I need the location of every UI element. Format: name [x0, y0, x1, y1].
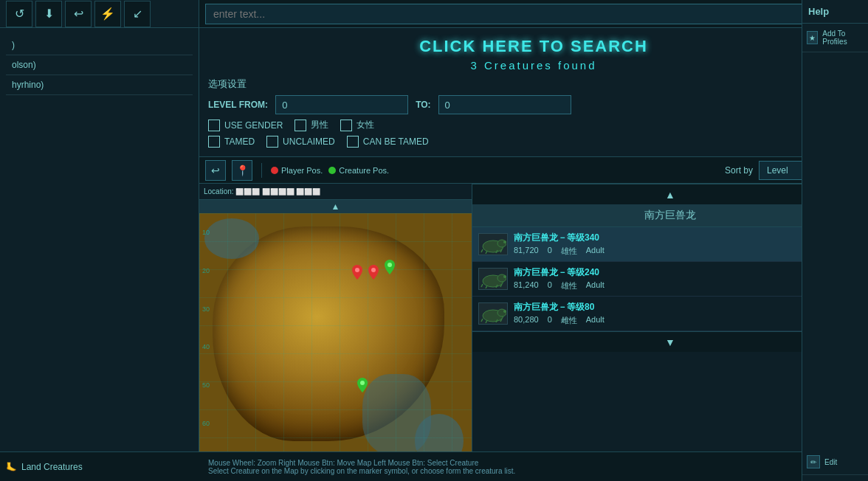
land-creatures-button[interactable]: 🦶 Land Creatures: [6, 462, 83, 472]
options-row-2: TAMED UNCLAIMED CAN BE TAMED: [208, 136, 859, 148]
svg-point-13: [503, 275, 506, 278]
location-label: Location:: [204, 187, 234, 195]
svg-line-15: [486, 286, 487, 288]
map-marker-red-1[interactable]: [352, 265, 362, 283]
svg-line-22: [486, 320, 487, 323]
map-scroll-up-btn[interactable]: ▲: [199, 200, 472, 213]
sidebar-item-1[interactable]: ): [6, 35, 193, 55]
svg-point-6: [503, 240, 506, 243]
can-be-tamed-label: CAN BE TAMED: [363, 136, 429, 147]
add-to-profiles-btn[interactable]: ★ Add To Profiles: [802, 24, 868, 52]
player-pos-label: Player Pos.: [281, 166, 323, 175]
level-from-input[interactable]: [275, 95, 408, 114]
sort-label: Sort by: [725, 165, 753, 176]
result-val2-1: 0: [548, 280, 552, 291]
map-marker-green-1[interactable]: [385, 260, 395, 277]
bolt-icon[interactable]: ⚡: [94, 1, 121, 27]
svg-line-21: [481, 319, 483, 322]
sidebar-item-2[interactable]: olson): [6, 55, 193, 75]
result-gender-1: 雄性: [561, 280, 577, 291]
arrow-icon[interactable]: ↙: [124, 1, 151, 27]
creature-icon-2: [478, 302, 508, 325]
creature-pos-label: Creature Pos.: [339, 166, 389, 175]
map-results-container: Location: ⬜⬜⬜ ⬜⬜⬜⬜ ⬜⬜⬜ ▲: [199, 184, 868, 481]
search-banner[interactable]: CLICK HERE TO SEARCH 3 Creatures found: [199, 28, 868, 75]
unclaimed-label: UNCLAIMED: [283, 136, 335, 147]
options-section: 选项设置 LEVEL FROM: TO: USE GENDER 男性: [199, 75, 868, 157]
result-hp-2: 80,280: [514, 315, 539, 326]
result-hp-1: 81,240: [514, 280, 539, 291]
options-row-1: USE GENDER 男性 女性: [208, 119, 859, 131]
location-coords: ⬜⬜⬜ ⬜⬜⬜⬜ ⬜⬜⬜: [235, 188, 320, 195]
sidebar-bottom: 🦶 Land Creatures: [0, 451, 199, 481]
refresh-icon[interactable]: ↺: [6, 1, 32, 27]
group-name-label: 南方巨兽龙: [644, 209, 696, 221]
toolbar-back-btn[interactable]: ↩: [205, 160, 226, 181]
creature-pos-legend: Creature Pos.: [328, 166, 389, 175]
creatures-found-label: 3 Creatures found: [199, 59, 868, 72]
map-marker-green-2[interactable]: [357, 378, 368, 395]
svg-line-14: [481, 284, 483, 287]
use-gender-label: USE GENDER: [224, 120, 283, 131]
map-panel[interactable]: Location: ⬜⬜⬜ ⬜⬜⬜⬜ ⬜⬜⬜ ▲: [199, 184, 472, 481]
tamed-label: TAMED: [224, 136, 255, 147]
svg-point-0: [355, 268, 359, 272]
tamed-checkbox[interactable]: TAMED: [208, 136, 255, 148]
can-be-tamed-checkbox[interactable]: CAN BE TAMED: [347, 136, 429, 148]
male-box[interactable]: [294, 120, 306, 131]
female-checkbox[interactable]: 女性: [340, 119, 374, 131]
results-down-arrow: ▼: [665, 336, 675, 348]
result-gender-2: 雌性: [561, 315, 577, 326]
result-val2-2: 0: [548, 315, 552, 326]
use-gender-box[interactable]: [208, 120, 220, 131]
edit-btn[interactable]: ✏ Edit: [802, 449, 868, 475]
land-creatures-label: Land Creatures: [21, 462, 83, 472]
tamed-box[interactable]: [208, 136, 220, 148]
scroll-up-arrow: ▲: [331, 201, 340, 212]
svg-point-3: [360, 381, 365, 385]
map-marker-red-2[interactable]: [368, 265, 379, 283]
bottom-status-bar: Mouse Wheel: Zoom Right Mouse Btn: Move …: [199, 451, 802, 481]
male-label: 男性: [311, 119, 328, 131]
main-content: ✏ CLICK HERE TO SEARCH 3 Creatures found…: [199, 0, 868, 481]
female-label: 女性: [356, 119, 374, 131]
toolbar-pin-btn[interactable]: 📍: [232, 160, 252, 181]
map-image-area[interactable]: ▲: [199, 200, 472, 481]
content-area: ✏ CLICK HERE TO SEARCH 3 Creatures found…: [199, 0, 868, 481]
map-toolbar: ↩ 📍 Player Pos. Creature Pos. Sort by Le…: [199, 157, 868, 184]
search-input[interactable]: [205, 4, 833, 24]
sidebar-item-3[interactable]: hyrhino): [6, 75, 193, 95]
svg-line-7: [481, 249, 483, 252]
results-up-arrow: ▲: [665, 189, 675, 201]
male-checkbox[interactable]: 男性: [294, 119, 328, 131]
download-icon[interactable]: ⬇: [35, 1, 62, 27]
result-hp-0: 81,720: [514, 246, 539, 257]
result-gender-0: 雄性: [561, 246, 577, 257]
female-box[interactable]: [340, 120, 352, 131]
level-to-label: TO:: [416, 100, 430, 110]
result-age-2: Adult: [586, 315, 604, 326]
footprint-icon: 🦶: [6, 462, 17, 472]
player-pos-legend: Player Pos.: [271, 166, 323, 175]
options-title: 选项设置: [208, 77, 859, 91]
search-bar: ✏: [199, 0, 868, 28]
back-icon[interactable]: ↩: [65, 1, 92, 27]
unclaimed-box[interactable]: [266, 136, 278, 148]
map-location-bar: Location: ⬜⬜⬜ ⬜⬜⬜⬜ ⬜⬜⬜: [199, 184, 472, 200]
toolbar-divider-1: [261, 163, 262, 178]
sidebar-list: ) olson) hyrhino): [0, 35, 199, 95]
unclaimed-checkbox[interactable]: UNCLAIMED: [266, 136, 335, 148]
edit-icon: ✏: [807, 455, 820, 468]
creature-pos-dot: [328, 167, 336, 174]
use-gender-checkbox[interactable]: USE GENDER: [208, 120, 283, 131]
star-icon: ★: [807, 31, 818, 44]
level-to-input[interactable]: [438, 95, 571, 114]
player-pos-dot: [271, 167, 278, 174]
search-banner-title[interactable]: CLICK HERE TO SEARCH: [199, 37, 868, 56]
can-be-tamed-box[interactable]: [347, 136, 359, 148]
result-val2-0: 0: [548, 246, 552, 257]
svg-point-20: [503, 310, 506, 313]
svg-point-2: [388, 263, 392, 267]
sidebar-top-icons: ↺ ⬇ ↩ ⚡ ↙: [0, 0, 199, 28]
map-bg: 10203040506070 102030405060708090: [199, 213, 472, 481]
